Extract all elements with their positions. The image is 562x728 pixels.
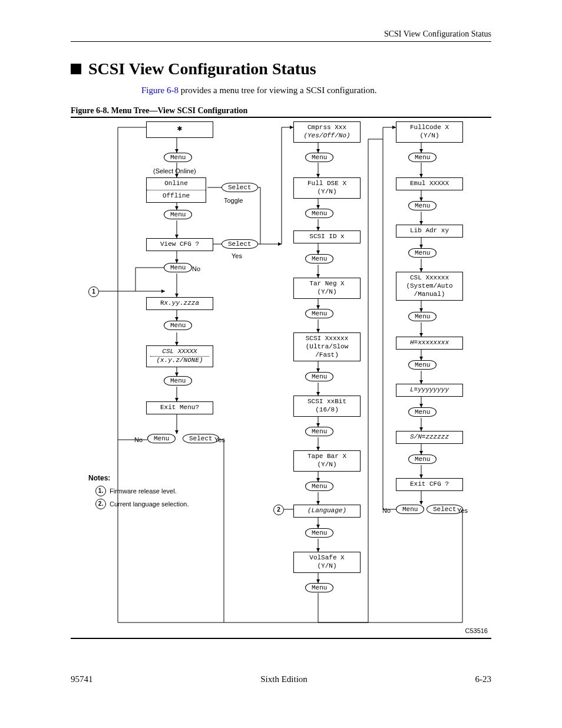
rev-vars: x.yy.zzza — [164, 299, 199, 307]
menu-tree-diagram: ✱ Menu (Select Online) Online Offline Se… — [71, 121, 491, 634]
yes-label: Yes — [232, 252, 242, 259]
scsi-speed-l1: SCSI Xxxxxx — [297, 335, 356, 343]
page-footer: 95741 Sixth Edition 6-23 — [71, 674, 491, 684]
exit-cfg-box: Exit CFG ? — [396, 478, 463, 491]
start-box: ✱ — [146, 121, 213, 138]
menu-pill: Menu — [305, 309, 333, 318]
note-1: 1. Firmware release level. — [95, 486, 177, 496]
csl-c-l3: /Manual) — [400, 291, 459, 299]
csl-a-l2: (x.y.z/NONE) — [150, 356, 209, 365]
fullcode-l2: (Y/N) — [400, 132, 459, 140]
select-pill: Select — [222, 183, 258, 192]
note-ref-1-icon: 1 — [88, 286, 99, 297]
scsi-id-box: SCSI ID x — [293, 230, 361, 243]
toggle-label: Toggle — [224, 197, 243, 204]
fulldse-l2: (Y/N) — [297, 188, 356, 196]
fullcode-box: FullCode X (Y/N) — [396, 121, 463, 143]
note-2: 2. Current language selection. — [95, 499, 189, 509]
scsi-bit-l1: SCSI xxBit — [297, 398, 356, 406]
menu-pill: Menu — [147, 434, 176, 443]
offline-text: Offline — [147, 190, 206, 202]
menu-pill: Menu — [164, 263, 192, 272]
figure-rule-top — [71, 117, 491, 118]
csl-box-a: CSL XXXXX (x.y.z/NONE) — [146, 345, 213, 367]
section-title: SCSI View Configuration Status — [71, 60, 491, 78]
csl-c-l2: (System/Auto — [400, 282, 459, 291]
libadr-box: Lib Adr xy — [396, 225, 463, 238]
menu-pill: Menu — [396, 505, 424, 514]
tarneg-l1: Tar Neg X — [297, 280, 356, 288]
tapebar-box: Tape Bar X (Y/N) — [293, 450, 361, 472]
menu-pill: Menu — [164, 210, 192, 219]
volsafe-l2: (Y/N) — [297, 562, 356, 571]
menu-pill: Menu — [408, 454, 437, 464]
note-2-text: Current language selection. — [110, 500, 189, 508]
tarneg-box: Tar Neg X (Y/N) — [293, 278, 361, 299]
note-number-1-icon: 1. — [95, 486, 106, 496]
sn-box: S/N=zzzzzz — [396, 431, 463, 444]
no-label: No — [134, 436, 143, 443]
scsi-bit-box: SCSI xxBit (16/8) — [293, 396, 361, 417]
notes-heading: Notes: — [88, 474, 110, 482]
menu-pill: Menu — [408, 201, 437, 210]
l-box: L=yyyyyyyy — [396, 384, 463, 397]
menu-pill: Menu — [164, 321, 192, 330]
menu-pill: Menu — [305, 583, 333, 592]
csl-box-c: CSL Xxxxxx (System/Auto /Manual) — [396, 272, 463, 301]
firmware-rev-box: Rx.yy.zzza — [146, 297, 213, 310]
csl-a-l1: CSL XXXXX — [150, 348, 209, 356]
menu-pill: Menu — [408, 360, 437, 370]
exit-menu-box: Exit Menu? — [146, 401, 213, 414]
figure-reference-link[interactable]: Figure 6-8 — [141, 85, 178, 95]
select-pill: Select — [183, 434, 219, 443]
rev-prefix: R — [160, 299, 164, 307]
menu-pill: Menu — [305, 209, 333, 218]
menu-pill: Menu — [305, 528, 333, 538]
running-head: SCSI View Configuration Status — [71, 29, 491, 42]
scsi-speed-box: SCSI Xxxxxx (Ultra/Slow /Fast) — [293, 332, 361, 361]
menu-pill: Menu — [305, 372, 333, 381]
menu-pill: Menu — [305, 427, 333, 436]
tapebar-l1: Tape Bar X — [297, 453, 356, 461]
scsi-speed-l3: /Fast) — [297, 351, 356, 360]
online-text: Online — [147, 178, 206, 190]
emul-box: Emul XXXXX — [396, 177, 463, 190]
star-icon: ✱ — [177, 124, 182, 133]
csl-c-l1: CSL Xxxxxx — [400, 274, 459, 282]
volsafe-box: VolSafe X (Y/N) — [293, 552, 361, 573]
tarneg-l2: (Y/N) — [297, 288, 356, 297]
menu-pill: Menu — [305, 254, 333, 263]
menu-pill: Menu — [164, 153, 192, 162]
menu-pill: Menu — [305, 153, 333, 162]
cmprss-box: Cmprss Xxx (Yes/Off/No) — [293, 121, 361, 143]
volsafe-l1: VolSafe X — [297, 554, 356, 562]
online-offline-box: Online Offline — [146, 177, 206, 203]
menu-pill: Menu — [408, 153, 437, 162]
no-label: No — [192, 265, 200, 272]
figure-caption: Figure 6-8. Menu Tree—View SCSI Configur… — [71, 106, 491, 116]
yes-label: Yes — [457, 507, 468, 514]
fulldse-box: Full DSE X (Y/N) — [293, 177, 361, 199]
note-number-2-icon: 2. — [95, 499, 106, 509]
scsi-bit-l2: (16/8) — [297, 406, 356, 414]
section-title-text: SCSI View Configuration Status — [88, 60, 316, 78]
menu-pill: Menu — [305, 482, 333, 491]
note-1-text: Firmware release level. — [110, 487, 177, 495]
figure-rule-bottom — [71, 638, 491, 639]
bullet-square-icon — [71, 64, 81, 74]
diagram-id: C53516 — [465, 627, 488, 634]
cmprss-l2: (Yes/Off/No) — [297, 132, 356, 140]
footer-left: 95741 — [71, 674, 93, 684]
footer-right: 6-23 — [475, 674, 492, 684]
menu-pill: Menu — [408, 312, 437, 321]
language-box: (Language) — [293, 505, 361, 518]
intro-rest: provides a menu tree for viewing a SCSI … — [178, 85, 377, 95]
flow-lines — [71, 121, 491, 634]
scsi-speed-l2: (Ultra/Slow — [297, 343, 356, 351]
cmprss-l1: Cmprss Xxx — [297, 124, 356, 132]
menu-pill: Menu — [164, 376, 192, 386]
select-online-label: (Select Online) — [153, 167, 196, 174]
menu-pill: Menu — [408, 248, 437, 258]
no-label: No — [382, 507, 391, 514]
menu-pill: Menu — [408, 407, 437, 417]
